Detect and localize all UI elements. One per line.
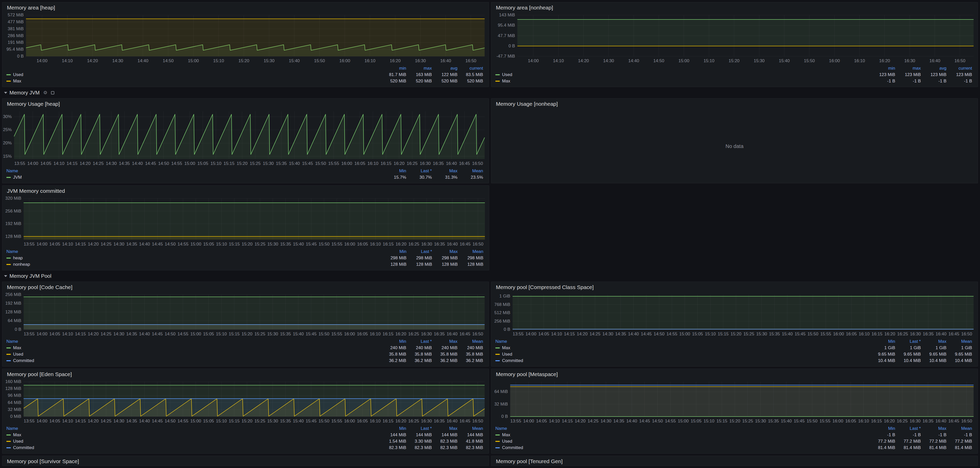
legend-series-label[interactable]: Max — [6, 79, 380, 84]
legend-series-label[interactable]: Used — [495, 439, 870, 444]
legend-series-value: 128 MiB — [406, 262, 432, 267]
legend-header-stat[interactable]: Mean — [457, 168, 483, 174]
legend-header-stat[interactable]: Last * — [895, 339, 921, 344]
legend-header-stat[interactable]: Mean — [947, 339, 972, 344]
legend-header-stat[interactable]: current — [947, 66, 972, 71]
svg-text:15:00: 15:00 — [678, 59, 689, 63]
legend-header-stat[interactable]: Mean — [457, 426, 483, 431]
legend-series-label[interactable]: nonheap — [6, 262, 381, 267]
time-series-chart[interactable]: 0 B95.4 MiB191 MiB286 MiB381 MiB477 MiB5… — [2, 13, 489, 65]
legend-header-stat[interactable]: Min — [380, 339, 406, 344]
time-series-chart[interactable]: -47.7 MiB0 B47.7 MiB95.4 MiB143 MiB14:00… — [491, 13, 978, 65]
legend-series-label[interactable]: Used — [6, 439, 380, 444]
panel-title[interactable]: Memory Usage [nonheap] — [496, 101, 558, 107]
panel-title[interactable]: Memory pool [Code Cache] — [7, 284, 73, 290]
legend-header-stat[interactable]: Last * — [406, 249, 432, 254]
legend-header-stat[interactable]: Last * — [895, 426, 921, 431]
legend-header-stat[interactable]: Mean — [458, 249, 483, 254]
legend-series-label[interactable]: Committed — [495, 445, 870, 451]
legend-series-label[interactable]: Committed — [495, 358, 870, 363]
legend-header-name[interactable]: Name — [495, 426, 870, 431]
legend-header-name[interactable]: Name — [6, 249, 381, 254]
svg-text:192 MiB: 192 MiB — [5, 301, 21, 306]
panel-title[interactable]: Memory Usage [heap] — [7, 101, 60, 107]
legend-series-label[interactable]: Used — [6, 352, 380, 357]
legend-header-stat[interactable]: Min — [380, 426, 406, 431]
legend-header-stat[interactable]: max — [406, 66, 432, 71]
legend-header-stat[interactable]: Max — [432, 249, 458, 254]
time-series-chart[interactable]: 0 B256 MiB512 MiB768 MiB1 GiB13:5514:001… — [491, 293, 978, 338]
legend-header-stat[interactable]: avg — [432, 66, 457, 71]
legend-series-label[interactable]: Committed — [6, 445, 380, 451]
panel-title[interactable]: Memory area [heap] — [7, 5, 55, 11]
legend-series-label[interactable]: JVM — [6, 175, 380, 180]
row-action-icon[interactable] — [51, 91, 54, 94]
gear-icon[interactable]: ⚙ — [43, 90, 48, 95]
svg-text:15:05: 15:05 — [203, 332, 214, 336]
legend-header-stat[interactable]: min — [380, 66, 406, 71]
legend-series-label[interactable]: Used — [495, 72, 870, 77]
legend-series-label[interactable]: Max — [6, 345, 380, 351]
legend-header-stat[interactable]: Mean — [947, 426, 972, 431]
legend-series-label[interactable]: heap — [6, 255, 381, 261]
panel-title[interactable]: JVM Memory committed — [7, 188, 65, 194]
svg-text:30%: 30% — [3, 114, 12, 119]
time-series-chart[interactable]: 0 B64 MiB128 MiB192 MiB256 MiB13:5514:00… — [2, 293, 489, 338]
panel-title[interactable]: Memory pool [Tenured Gen] — [496, 458, 563, 465]
row-toggle[interactable]: Memory JVM — [4, 90, 40, 96]
legend-header-stat[interactable]: Max — [921, 339, 947, 344]
svg-text:15:50: 15:50 — [315, 161, 326, 166]
panel-title[interactable]: Memory area [nonheap] — [496, 5, 553, 11]
legend-header-stat[interactable]: Last * — [406, 426, 432, 431]
legend-header-name[interactable]: Name — [6, 168, 380, 174]
svg-text:16:00: 16:00 — [829, 59, 840, 63]
legend-series-label[interactable]: Committed — [6, 358, 380, 363]
legend-header-name[interactable]: Name — [495, 339, 870, 344]
time-series-chart[interactable]: 15%20%25%30%13:5514:0014:0514:1014:1514:… — [2, 109, 489, 167]
panel-title[interactable]: Memory pool [Compressed Class Space] — [496, 284, 594, 290]
legend-header-stat[interactable]: Max — [432, 426, 457, 431]
svg-text:16:20: 16:20 — [885, 332, 896, 336]
legend-series-value: 30.7% — [406, 175, 432, 180]
time-series-chart[interactable]: 0 B32 MiB64 MiB13:5514:0014:0514:1014:15… — [491, 380, 978, 425]
legend-series-label[interactable]: Max — [495, 79, 870, 84]
legend-series-label[interactable]: Max — [6, 432, 380, 438]
time-series-chart[interactable]: 128 MiB192 MiB256 MiB320 MiB13:5514:0014… — [2, 197, 489, 248]
svg-text:15:20: 15:20 — [242, 242, 253, 246]
legend-series-label[interactable]: Max — [495, 432, 870, 438]
legend-header-stat[interactable]: Min — [381, 249, 406, 254]
legend-header-stat[interactable]: Last * — [406, 339, 432, 344]
legend-header-stat[interactable]: Last * — [406, 168, 432, 174]
legend-series-label[interactable]: Max — [495, 345, 870, 351]
legend-header-stat[interactable]: min — [870, 66, 895, 71]
row-toggle[interactable]: Memory JVM Pool — [4, 273, 51, 279]
series-color-swatch — [495, 347, 500, 349]
svg-text:14:40: 14:40 — [139, 332, 150, 336]
legend: NameMinLast *MaxMeanheap298 MiB298 MiB29… — [2, 248, 489, 270]
legend-series-label[interactable]: Used — [495, 352, 870, 357]
legend-header-name[interactable]: Name — [6, 339, 380, 344]
legend-header-name[interactable]: Name — [6, 426, 380, 431]
legend-series-label[interactable]: Used — [6, 72, 380, 77]
legend-header-stat[interactable]: current — [457, 66, 483, 71]
legend-header-stat[interactable]: Max — [921, 426, 947, 431]
legend-header-stat[interactable]: Max — [432, 168, 457, 174]
panel-title[interactable]: Memory pool [Survivor Space] — [7, 458, 79, 465]
no-data-chart[interactable]: No data — [491, 109, 978, 183]
legend-header-stat[interactable]: Min — [870, 426, 895, 431]
svg-text:256 MiB: 256 MiB — [494, 319, 510, 324]
svg-text:15:10: 15:10 — [705, 332, 716, 336]
legend-header-stat[interactable]: Mean — [457, 339, 483, 344]
panel-title[interactable]: Memory pool [Metaspace] — [496, 371, 558, 378]
legend-header-stat[interactable]: Min — [870, 339, 895, 344]
legend-header-stat[interactable]: max — [895, 66, 921, 71]
svg-text:16:50: 16:50 — [473, 332, 483, 336]
legend-series-value: 15.7% — [380, 175, 406, 180]
panel-title[interactable]: Memory pool [Eden Space] — [7, 371, 72, 378]
svg-text:16:40: 16:40 — [935, 332, 947, 336]
time-series-chart[interactable]: 0 MiB32 MiB64 MiB96 MiB128 MiB160 MiB13:… — [2, 380, 489, 425]
legend-header-stat[interactable]: Min — [380, 168, 406, 174]
svg-text:16:15: 16:15 — [383, 419, 394, 424]
legend-header-stat[interactable]: Max — [432, 339, 457, 344]
legend-header-stat[interactable]: avg — [921, 66, 947, 71]
